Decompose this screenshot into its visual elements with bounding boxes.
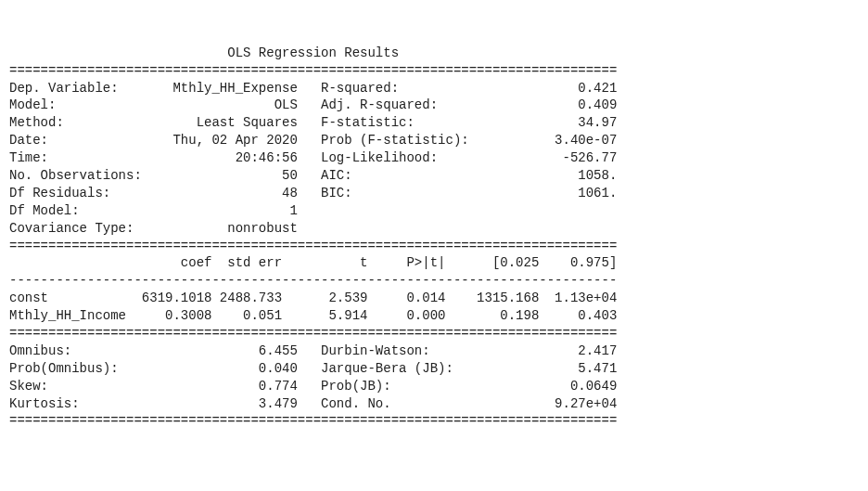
ols-results: OLS Regression Results =================… <box>9 45 859 431</box>
